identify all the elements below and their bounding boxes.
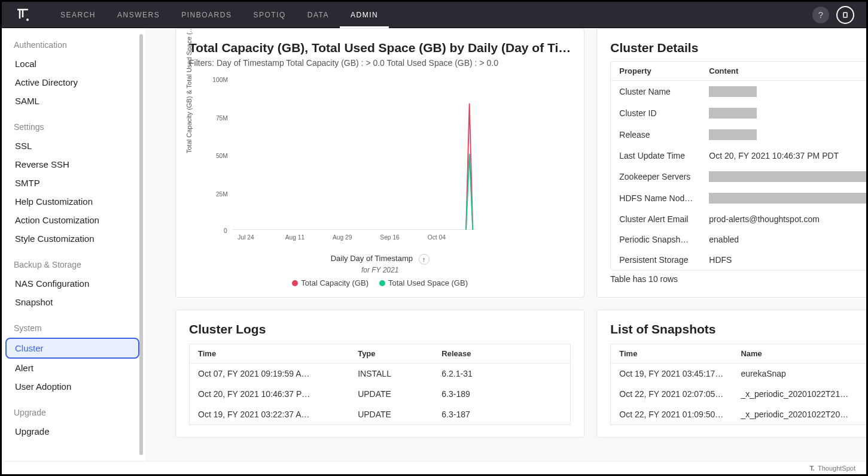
details-row: HDFS Name Nod… xyxy=(611,187,866,209)
details-property: Last Update Time xyxy=(619,151,709,160)
snaps-cell: Oct 22, FY 2021 02:07:05 P… xyxy=(611,384,733,404)
logs-cell: INSTALL xyxy=(349,363,433,384)
y-axis-label: Total Capacity (GB) & Total Used Space (… xyxy=(185,28,193,153)
sidebar-item-user-adoption[interactable]: User Adoption xyxy=(14,377,136,396)
svg-point-3 xyxy=(26,19,29,21)
sidebar-item-smtp[interactable]: SMTP xyxy=(14,174,136,192)
details-content: HDFS xyxy=(709,255,866,265)
table-row[interactable]: Oct 07, FY 2021 09:19:59 A…INSTALL6.2.1-… xyxy=(190,363,571,384)
sidebar-item-cluster[interactable]: Cluster xyxy=(5,338,139,359)
snaps-cell: Restoring xyxy=(860,363,866,384)
nav-answers[interactable]: ANSWERS xyxy=(106,2,170,28)
sidebar-item-ssl[interactable]: SSL xyxy=(14,137,136,155)
svg-text:Oct 04: Oct 04 xyxy=(428,234,446,241)
sidebar-item-style-customization[interactable]: Style Customization xyxy=(14,229,136,248)
redacted-value xyxy=(709,86,757,97)
snaps-col-reason[interactable]: Reason xyxy=(860,344,866,363)
details-content xyxy=(709,129,866,140)
details-row: Last Update TimeOct 20, FY 2021 10:46:37… xyxy=(611,145,866,166)
sidebar-item-local[interactable]: Local xyxy=(14,54,136,73)
details-property: Persistent Storage xyxy=(619,255,709,265)
logs-cell: UPDATE xyxy=(349,404,433,425)
details-row: Cluster Name xyxy=(611,81,866,102)
sidebar-item-alert[interactable]: Alert xyxy=(14,359,136,377)
snaps-cell: Periodic s xyxy=(860,384,866,404)
sidebar-item-saml[interactable]: SAML xyxy=(14,92,136,110)
sort-asc-icon[interactable]: ↑ xyxy=(419,254,430,265)
svg-text:Aug 11: Aug 11 xyxy=(285,234,305,241)
logs-cell: UPDATE xyxy=(349,384,433,404)
main-container: AuthenticationLocalActive DirectorySAMLS… xyxy=(2,28,866,461)
logs-cell: 6.3-189 xyxy=(433,384,570,404)
sidebar-item-active-directory[interactable]: Active Directory xyxy=(14,73,136,92)
logs-cell: Oct 20, FY 2021 10:46:37 P… xyxy=(190,384,350,404)
table-row[interactable]: Oct 19, FY 2021 03:45:17 A…eurekaSnapRes… xyxy=(611,363,866,384)
col-content: Content xyxy=(709,66,866,75)
capacity-filters: Filters: Day of Timestamp Total Capacity… xyxy=(189,57,571,69)
table-row[interactable]: Oct 22, FY 2021 01:09:50 P…_x_periodic_2… xyxy=(611,404,866,425)
snaps-cell: Oct 19, FY 2021 03:45:17 A… xyxy=(611,363,733,384)
details-row: Persistent StorageHDFS xyxy=(611,250,866,270)
sidebar: AuthenticationLocalActive DirectorySAMLS… xyxy=(2,28,145,461)
legend-item[interactable]: Total Used Space (GB) xyxy=(379,278,468,287)
chart-legend: Total Capacity (GB)Total Used Space (GB) xyxy=(189,278,571,287)
snaps-col-name[interactable]: Name xyxy=(732,344,860,363)
table-row[interactable]: Oct 20, FY 2021 10:46:37 P…UPDATE6.3-189 xyxy=(190,384,571,404)
sidebar-group-label: Upgrade xyxy=(14,408,145,417)
sidebar-item-reverse-ssh[interactable]: Reverse SSH xyxy=(14,155,136,174)
table-row[interactable]: Oct 22, FY 2021 02:07:05 P…_x_periodic_2… xyxy=(611,384,866,404)
svg-text:Jul 24: Jul 24 xyxy=(237,234,254,241)
logs-cell: 6.3-187 xyxy=(433,404,570,425)
footer: T. ThoughtSpot xyxy=(2,461,866,474)
help-icon[interactable]: ? xyxy=(812,7,829,23)
sidebar-group-label: Authentication xyxy=(14,40,145,50)
sidebar-item-nas-configuration[interactable]: NAS Configuration xyxy=(14,274,136,293)
nav-spotiq[interactable]: SPOTIQ xyxy=(242,2,296,28)
logo[interactable] xyxy=(14,6,32,24)
capacity-title: Total Capacity (GB), Total Used Space (G… xyxy=(189,41,571,55)
snaps-cell: Oct 22, FY 2021 01:09:50 P… xyxy=(611,404,733,425)
nav-data[interactable]: DATA xyxy=(297,2,340,28)
legend-item[interactable]: Total Capacity (GB) xyxy=(292,278,368,287)
nav-pinboards[interactable]: PINBOARDS xyxy=(170,2,242,28)
details-content xyxy=(709,108,866,119)
snaps-col-time[interactable]: Time xyxy=(611,344,733,363)
logs-table: TimeTypeRelease Oct 07, FY 2021 09:19:59… xyxy=(189,344,571,425)
footer-brand: ThoughtSpot xyxy=(818,465,855,472)
details-table: Property Content Cluster NameCluster IDR… xyxy=(610,61,866,271)
x-label-text: Daily Day of Timestamp xyxy=(331,254,413,263)
sidebar-item-snapshot[interactable]: Snapshot xyxy=(14,293,136,311)
redacted-value xyxy=(709,108,757,119)
snaps-cell: _x_periodic_20201022T20… xyxy=(732,404,860,425)
avatar[interactable] xyxy=(836,6,854,24)
nav-search[interactable]: SEARCH xyxy=(50,2,106,28)
nav-admin[interactable]: ADMIN xyxy=(340,2,389,28)
details-content: enabled xyxy=(709,235,866,244)
snapshots-title: List of Snapshots xyxy=(610,322,866,336)
logs-col-type[interactable]: Type xyxy=(349,344,433,363)
sidebar-item-upgrade[interactable]: Upgrade xyxy=(14,422,136,441)
footer-logo-icon: T. xyxy=(809,465,814,472)
snaps-cell: _x_periodic_20201022T21… xyxy=(732,384,860,404)
details-property: HDFS Name Nod… xyxy=(619,193,709,203)
details-property: Cluster Alert Email xyxy=(619,214,709,224)
chart-svg: 100M 75M 50M 25M 0 Jul 24 Aug 11 Aug 29 … xyxy=(207,75,475,243)
details-content xyxy=(709,193,866,204)
redacted-value xyxy=(709,129,757,140)
details-row: Zookeeper Servers xyxy=(611,166,866,187)
sidebar-item-action-customization[interactable]: Action Customization xyxy=(14,211,136,229)
details-property: Release xyxy=(619,130,709,140)
details-property: Cluster Name xyxy=(619,87,709,96)
main-content: Total Capacity (GB), Total Used Space (G… xyxy=(145,28,866,461)
x-sub-label: for FY 2021 xyxy=(189,266,571,274)
logs-col-release[interactable]: Release xyxy=(433,344,570,363)
details-row: Cluster ID xyxy=(611,102,866,124)
sidebar-item-help-customization[interactable]: Help Customization xyxy=(14,192,136,211)
details-title: Cluster Details xyxy=(610,41,866,55)
logs-col-time[interactable]: Time xyxy=(190,344,350,363)
snapshots-card: List of Snapshots TimeNameReason Oct 19,… xyxy=(596,310,866,438)
svg-text:100M: 100M xyxy=(212,77,228,83)
logs-cell: 6.2.1-31 xyxy=(433,363,570,384)
table-row[interactable]: Oct 19, FY 2021 03:22:37 A…UPDATE6.3-187 xyxy=(190,404,571,425)
logs-title: Cluster Logs xyxy=(189,322,571,336)
